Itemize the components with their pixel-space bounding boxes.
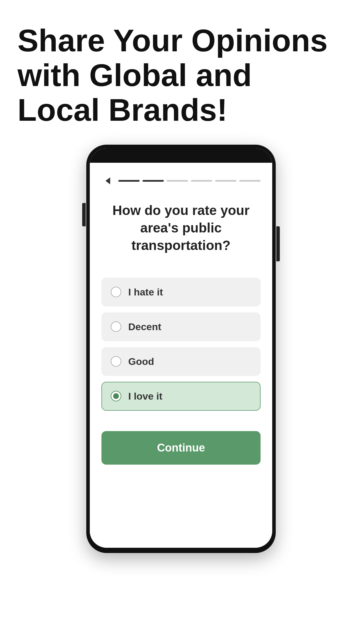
progress-seg-3	[167, 180, 188, 182]
headline: Share Your Opinions with Global and Loca…	[17, 23, 328, 127]
option-decent-label: Decent	[128, 321, 161, 332]
progress-seg-1	[118, 180, 140, 182]
phone-screen: How do you rate your area's public trans…	[90, 148, 272, 548]
option-decent[interactable]: Decent	[101, 312, 261, 341]
phone-container: How do you rate your area's public trans…	[86, 145, 276, 553]
progress-seg-2	[143, 180, 164, 182]
progress-area	[101, 174, 261, 187]
option-good[interactable]: Good	[101, 347, 261, 376]
back-button[interactable]	[101, 174, 114, 187]
phone-side-button-left	[82, 203, 86, 226]
option-love-it-label: I love it	[128, 391, 162, 402]
phone-notch-area	[90, 148, 272, 163]
phone-content: How do you rate your area's public trans…	[90, 163, 272, 548]
radio-inner-love-it	[113, 393, 119, 399]
option-hate-it-label: I hate it	[128, 286, 163, 298]
progress-seg-4	[191, 180, 212, 182]
headline-text: Share Your Opinions	[17, 23, 328, 58]
page-wrapper: Share Your Opinions with Global and Loca…	[0, 0, 362, 644]
progress-segments	[118, 180, 261, 182]
survey-question: How do you rate your area's public trans…	[101, 202, 261, 254]
progress-seg-5	[215, 180, 236, 182]
option-good-label: Good	[128, 356, 154, 367]
radio-love-it	[111, 391, 121, 401]
phone-side-button-right	[276, 226, 280, 261]
progress-seg-6	[239, 180, 261, 182]
radio-hate-it	[111, 287, 121, 297]
back-chevron-icon	[106, 177, 110, 184]
headline-line3: Local Brands!	[17, 92, 227, 127]
continue-button[interactable]: Continue	[101, 431, 261, 465]
headline-line2: with Global and	[17, 57, 252, 93]
option-love-it[interactable]: I love it	[101, 382, 261, 411]
option-hate-it[interactable]: I hate it	[101, 278, 261, 307]
radio-good	[111, 356, 121, 367]
radio-decent	[111, 321, 121, 332]
phone-frame: How do you rate your area's public trans…	[86, 145, 276, 553]
options-list: I hate it Decent Good	[101, 278, 261, 411]
